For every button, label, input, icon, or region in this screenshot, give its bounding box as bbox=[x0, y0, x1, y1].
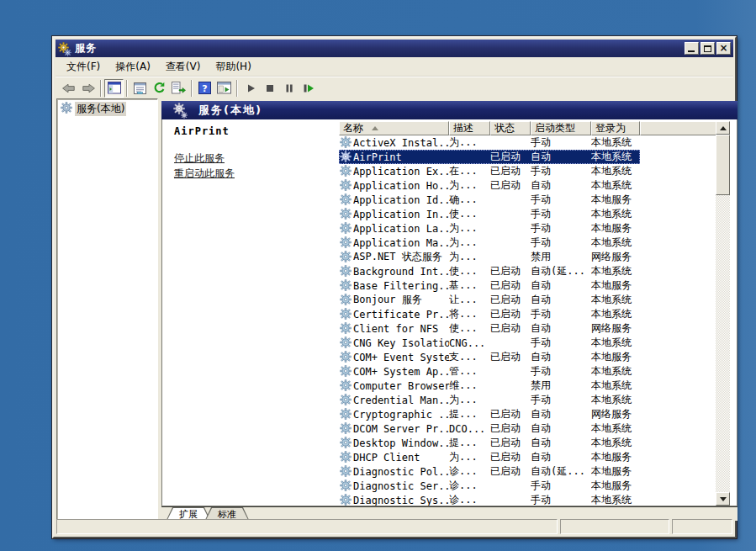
refresh-button[interactable] bbox=[150, 79, 169, 98]
service-gear-icon bbox=[340, 365, 353, 378]
service-logon-cell: 本地系统 bbox=[591, 364, 640, 379]
service-name-cell: Application Ma... bbox=[353, 237, 449, 249]
column-header-name[interactable]: 名称 bbox=[339, 121, 449, 135]
service-status-cell: 已启动 bbox=[490, 178, 531, 193]
service-row[interactable]: Background Int...使...已启动自动(延...本地系统 bbox=[339, 264, 716, 278]
service-row[interactable]: Diagnostic Sys...诊...手动本地系统 bbox=[339, 493, 716, 506]
service-row[interactable]: DCOM Server Pr...DCO...已启动自动本地系统 bbox=[339, 421, 716, 436]
properties-icon bbox=[134, 82, 146, 94]
menu-item-file[interactable]: 文件(F) bbox=[60, 57, 107, 77]
scroll-up-button[interactable] bbox=[716, 121, 730, 135]
status-panel bbox=[56, 519, 558, 534]
service-row[interactable]: Diagnostic Ser...诊...手动本地服务 bbox=[339, 479, 716, 493]
service-description-cell: 为... bbox=[449, 450, 490, 464]
service-row[interactable]: CNG Key IsolationCNG...手动本地系统 bbox=[339, 336, 716, 350]
service-row[interactable]: Application Ma...为...手动本地系统 bbox=[339, 236, 716, 250]
extended-view-icon bbox=[217, 82, 231, 94]
service-row[interactable]: COM+ System Ap...管...手动本地系统 bbox=[339, 364, 716, 379]
tab-extended[interactable]: 扩展 bbox=[167, 507, 210, 520]
service-description-cell: 使... bbox=[449, 264, 490, 278]
service-logon-cell: 本地系统 bbox=[591, 236, 640, 250]
service-startup-cell: 手动 bbox=[531, 393, 591, 407]
menu-item-view[interactable]: 查看(V) bbox=[159, 57, 208, 77]
help-icon: ? bbox=[198, 82, 211, 94]
sort-ascending-icon bbox=[372, 126, 378, 130]
service-logon-cell: 网络服务 bbox=[591, 321, 640, 336]
back-button[interactable] bbox=[59, 79, 78, 98]
service-startup-cell: 自动 bbox=[531, 178, 591, 193]
service-row[interactable]: Application Id...确...手动本地服务 bbox=[339, 193, 716, 207]
service-row[interactable]: AirPrint已启动自动本地系统 bbox=[339, 150, 640, 164]
stop-service-link[interactable]: 停止此服务 bbox=[174, 151, 339, 166]
tree-item-services-local[interactable]: 服务(本地) bbox=[57, 99, 157, 118]
export-list-button[interactable] bbox=[169, 79, 188, 98]
service-gear-icon bbox=[340, 494, 353, 506]
service-startup-cell: 手动 bbox=[531, 307, 591, 321]
service-row[interactable]: ActiveX Instal...为...手动本地系统 bbox=[339, 135, 716, 150]
service-row[interactable]: Bonjour 服务让...已启动自动本地系统 bbox=[339, 293, 716, 307]
scroll-down-button[interactable] bbox=[716, 492, 730, 506]
service-row[interactable]: Credential Man...为...手动本地系统 bbox=[339, 393, 716, 407]
stop-service-button[interactable] bbox=[260, 79, 279, 98]
service-gear-icon bbox=[340, 279, 353, 292]
service-row[interactable]: COM+ Event System支...已启动自动本地服务 bbox=[339, 350, 716, 364]
service-row[interactable]: Cryptographic ...提...已启动自动网络服务 bbox=[339, 407, 716, 421]
show-console-tree-button[interactable] bbox=[104, 79, 124, 98]
service-row[interactable]: Application Ex...在...已启动手动本地系统 bbox=[339, 164, 716, 178]
maximize-button[interactable] bbox=[700, 42, 715, 55]
service-startup-cell: 手动 bbox=[531, 336, 591, 350]
column-header-description[interactable]: 描述 bbox=[449, 121, 490, 135]
help-button[interactable]: ? bbox=[195, 79, 214, 98]
details-content: AirPrint 停止此服务 重启动此服务 名称描述状态启动类型登录为 Acti… bbox=[161, 119, 737, 506]
start-service-button[interactable] bbox=[241, 79, 260, 98]
restart-service-button[interactable] bbox=[299, 79, 318, 98]
service-row[interactable]: Certificate Pr...将...已启动手动本地系统 bbox=[339, 307, 716, 321]
service-row[interactable]: Computer Browser维...禁用本地系统 bbox=[339, 379, 716, 393]
column-header-logon[interactable]: 登录为 bbox=[591, 121, 640, 135]
service-gear-icon bbox=[340, 236, 353, 249]
menu-item-action[interactable]: 操作(A) bbox=[108, 57, 157, 77]
service-name-cell: Background Int... bbox=[353, 266, 449, 278]
service-row[interactable]: Application La...为...手动本地服务 bbox=[339, 221, 716, 236]
service-gear-icon bbox=[340, 308, 353, 321]
vertical-scrollbar[interactable] bbox=[716, 121, 730, 506]
minimize-button[interactable] bbox=[685, 42, 699, 55]
service-logon-cell: 本地系统 bbox=[591, 150, 640, 164]
pause-service-button[interactable] bbox=[279, 79, 299, 98]
service-startup-cell: 自动 bbox=[531, 350, 591, 364]
forward-button[interactable] bbox=[78, 79, 98, 98]
properties-button[interactable] bbox=[130, 79, 150, 98]
service-startup-cell: 自动 bbox=[531, 407, 591, 421]
service-status-cell: 已启动 bbox=[490, 264, 531, 278]
details-pane: 服务(本地) AirPrint 停止此服务 重启动此服务 名称描述状态启动类型登… bbox=[161, 98, 737, 521]
column-header-status[interactable]: 状态 bbox=[490, 121, 531, 135]
service-row[interactable]: Base Filtering...基...已启动自动本地服务 bbox=[339, 278, 716, 293]
service-gear-icon bbox=[340, 479, 353, 492]
column-header-startup[interactable]: 启动类型 bbox=[531, 121, 591, 135]
extended-view-button[interactable] bbox=[214, 79, 234, 98]
tab-standard[interactable]: 标准 bbox=[205, 507, 249, 520]
service-row[interactable]: DHCP Client为...已启动自动本地服务 bbox=[339, 450, 716, 464]
service-startup-cell: 自动 bbox=[531, 421, 591, 436]
service-row[interactable]: Application In...使...手动本地系统 bbox=[339, 207, 716, 221]
toolbar-separator bbox=[100, 80, 102, 97]
scrollbar-thumb[interactable] bbox=[716, 135, 730, 195]
menu-item-help[interactable]: 帮助(H) bbox=[209, 57, 257, 77]
window-title: 服务 bbox=[75, 41, 685, 56]
service-status-cell: 已启动 bbox=[490, 307, 531, 321]
title-bar[interactable]: 服务 × bbox=[56, 40, 733, 57]
service-description-cell: 维... bbox=[449, 379, 490, 393]
service-row[interactable]: Desktop Window...提...已启动自动本地系统 bbox=[339, 436, 716, 450]
status-panel bbox=[672, 519, 732, 534]
service-startup-cell: 手动 bbox=[531, 164, 591, 178]
restart-service-link[interactable]: 重启动此服务 bbox=[174, 167, 339, 181]
close-button[interactable]: × bbox=[716, 42, 731, 55]
service-startup-cell: 手动 bbox=[531, 493, 591, 506]
service-row[interactable]: Client for NFS使...已启动自动网络服务 bbox=[339, 321, 716, 336]
service-logon-cell: 网络服务 bbox=[591, 250, 640, 264]
service-row[interactable]: Diagnostic Pol...诊...已启动自动(延...本地服务 bbox=[339, 464, 716, 479]
service-row[interactable]: Application Ho...为...已启动自动本地系统 bbox=[339, 178, 716, 193]
service-row[interactable]: ASP.NET 状态服务为...禁用网络服务 bbox=[339, 250, 716, 264]
console-tree-pane: 服务(本地) bbox=[56, 98, 158, 521]
service-status-cell: 已启动 bbox=[490, 278, 531, 293]
